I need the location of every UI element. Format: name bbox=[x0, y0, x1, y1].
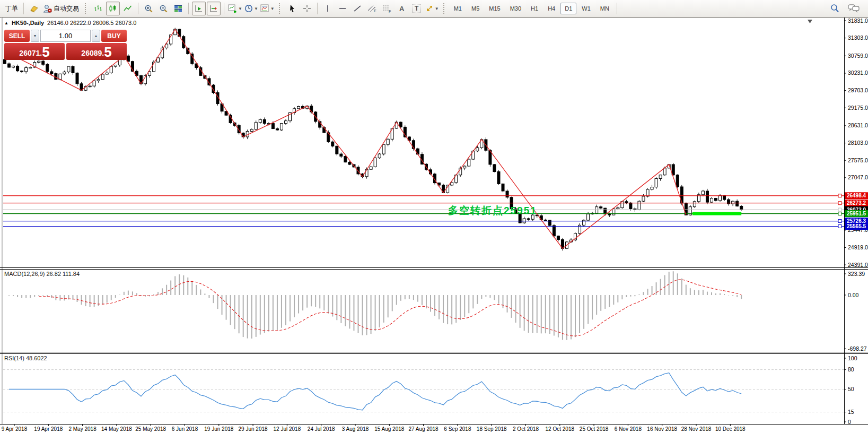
tab-d1[interactable]: D1 bbox=[560, 3, 576, 14]
candle bbox=[271, 124, 274, 129]
date-axis[interactable]: 9 Apr 201819 Apr 20182 May 201814 May 20… bbox=[2, 424, 746, 432]
crosshair-button[interactable] bbox=[300, 2, 314, 15]
chart-shift-marker[interactable] bbox=[808, 20, 812, 23]
zoom-out-button[interactable] bbox=[156, 2, 170, 15]
candle bbox=[399, 122, 402, 127]
bar-chart-button[interactable] bbox=[91, 2, 105, 15]
horizontal-price-lines[interactable] bbox=[3, 194, 844, 228]
collapse-pane-icon[interactable]: ▲ bbox=[4, 21, 8, 25]
volume-increase-button[interactable]: ▲ bbox=[92, 30, 100, 42]
candle bbox=[702, 191, 704, 195]
hline-handle[interactable] bbox=[838, 208, 841, 211]
search-button[interactable] bbox=[828, 2, 841, 15]
hline-handle[interactable] bbox=[838, 224, 841, 228]
tab-m5[interactable]: M5 bbox=[467, 3, 484, 14]
date-tick-label: 15 Aug 2018 bbox=[374, 426, 405, 432]
chevron-down-icon: ▼ bbox=[238, 6, 242, 11]
candle bbox=[638, 201, 641, 210]
toolbar-separator bbox=[224, 3, 224, 14]
tab-m15[interactable]: M15 bbox=[485, 3, 504, 14]
templates-dropdown[interactable]: ▼ bbox=[260, 2, 275, 15]
new-chart-dropdown[interactable]: ▼ bbox=[227, 2, 243, 15]
trendline-tool[interactable] bbox=[350, 2, 364, 15]
sell-price-display[interactable]: 26071.5 bbox=[4, 43, 65, 60]
fibo-letter: F bbox=[389, 10, 391, 13]
candle bbox=[604, 208, 607, 214]
candle bbox=[250, 129, 253, 132]
tab-h4[interactable]: H4 bbox=[543, 3, 559, 14]
chart-shift-button[interactable] bbox=[192, 2, 206, 15]
periods-dropdown[interactable]: ▼ bbox=[244, 2, 259, 15]
tile-windows-button[interactable] bbox=[171, 2, 185, 15]
rsi-axis-label: 0 bbox=[848, 419, 851, 425]
candlestick-chart-button[interactable] bbox=[106, 2, 120, 15]
chevron-down-icon: ▼ bbox=[254, 6, 258, 11]
tab-mn[interactable]: MN bbox=[596, 3, 613, 14]
highlighted-line-segment[interactable] bbox=[692, 212, 741, 215]
candle bbox=[617, 208, 619, 209]
candle bbox=[736, 201, 739, 206]
buy-price-big-digit: 5 bbox=[104, 45, 111, 59]
text-label-tool[interactable]: T bbox=[410, 2, 424, 15]
hline-handle[interactable] bbox=[838, 212, 841, 215]
equidistant-channel-tool[interactable]: E bbox=[365, 2, 379, 15]
toolbar-grip[interactable] bbox=[279, 3, 282, 14]
toolbar-grip[interactable] bbox=[85, 3, 87, 14]
candle bbox=[463, 166, 466, 168]
arrows-dropdown[interactable]: ▼ bbox=[425, 2, 440, 15]
fibonacci-tool[interactable]: F bbox=[380, 2, 394, 15]
history-book-icon bbox=[30, 4, 39, 13]
chart-canvas[interactable]: 31831.031303.030759.030231.029703.029175… bbox=[0, 0, 868, 433]
candle bbox=[676, 175, 679, 187]
candle bbox=[715, 198, 717, 201]
date-tick-label: 19 Apr 2018 bbox=[34, 426, 63, 432]
toolbar-grip[interactable] bbox=[443, 3, 446, 14]
chevron-down-icon: ▼ bbox=[435, 6, 439, 11]
candle bbox=[331, 142, 334, 146]
date-tick-label: 2 Oct 2018 bbox=[513, 426, 539, 432]
price-tick-label: 28631.0 bbox=[848, 122, 868, 128]
new-order-button[interactable]: 丁单 bbox=[3, 2, 20, 15]
chart-title: ▲ HK50-,Daily 26146.0 26222.0 26006.5 26… bbox=[4, 20, 136, 26]
tab-m30[interactable]: M30 bbox=[506, 3, 525, 14]
rsi-axis[interactable]: 1008050150 bbox=[844, 355, 857, 425]
macd-axis[interactable]: 323.390.00-698.27 bbox=[844, 271, 867, 352]
buy-price-display[interactable]: 26089.5 bbox=[66, 43, 127, 60]
sell-button[interactable]: SELL bbox=[4, 30, 30, 42]
date-tick-label: 9 Apr 2018 bbox=[2, 426, 28, 432]
pane-dividers[interactable] bbox=[0, 268, 868, 354]
auto-scroll-button[interactable] bbox=[207, 2, 221, 15]
horizontal-line-tool[interactable] bbox=[336, 2, 349, 15]
zoom-in-button[interactable] bbox=[142, 2, 155, 15]
price-tick-label: 24391.0 bbox=[848, 262, 868, 268]
price-tick-label: 30231.0 bbox=[848, 70, 868, 76]
candle bbox=[348, 162, 351, 164]
tab-h1[interactable]: H1 bbox=[527, 3, 542, 14]
volume-input[interactable]: 1.00 bbox=[40, 30, 91, 42]
toolbar-separator bbox=[617, 3, 617, 14]
vertical-line-tool[interactable] bbox=[321, 2, 335, 15]
candle bbox=[12, 66, 15, 67]
text-tool[interactable]: A bbox=[395, 2, 409, 15]
cursor-button[interactable] bbox=[285, 2, 299, 15]
line-chart-button[interactable] bbox=[121, 2, 135, 15]
history-center-button[interactable] bbox=[27, 2, 41, 15]
hline-handle[interactable] bbox=[838, 194, 841, 197]
price-axis[interactable]: 31831.031303.030759.030231.029703.029175… bbox=[844, 18, 868, 268]
tab-w1[interactable]: W1 bbox=[577, 3, 595, 14]
tab-m1[interactable]: M1 bbox=[450, 3, 466, 14]
candle bbox=[340, 154, 343, 156]
candle bbox=[553, 226, 555, 236]
buy-button[interactable]: BUY bbox=[101, 30, 127, 42]
hline-handle[interactable] bbox=[838, 202, 841, 205]
candle bbox=[663, 168, 666, 175]
chat-button[interactable] bbox=[847, 2, 861, 15]
date-tick-label: 12 Jul 2018 bbox=[274, 426, 301, 432]
volume-decrease-button[interactable]: ▼ bbox=[31, 30, 39, 42]
cursor-arrow-icon bbox=[288, 4, 296, 13]
candle bbox=[451, 183, 453, 185]
candle bbox=[276, 129, 278, 130]
hline-handle[interactable] bbox=[838, 220, 841, 223]
turning-point-annotation[interactable]: 多空转折点25951 bbox=[448, 204, 537, 218]
autotrading-button[interactable]: 自动交易 bbox=[42, 2, 81, 15]
